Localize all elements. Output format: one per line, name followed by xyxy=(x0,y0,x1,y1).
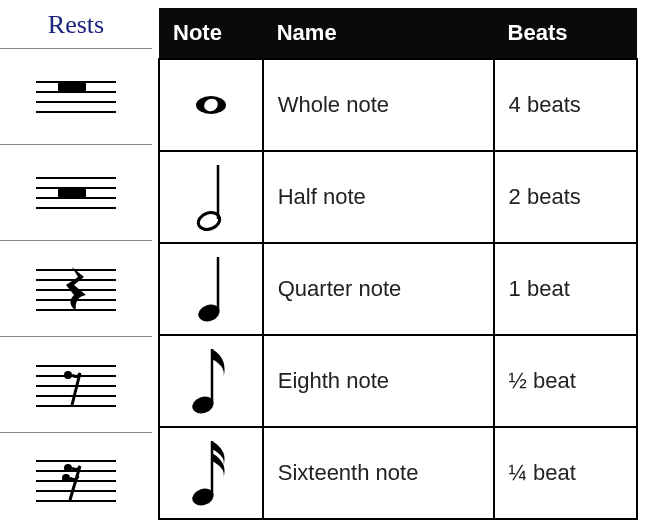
table-row: Whole note 4 beats xyxy=(159,59,637,151)
rests-column: Rests xyxy=(0,0,152,526)
whole-rest-icon xyxy=(36,75,116,119)
eighth-note-icon xyxy=(159,335,263,427)
note-beats: 4 beats xyxy=(494,59,637,151)
half-note-icon xyxy=(159,151,263,243)
rest-cell-quarter xyxy=(0,240,152,336)
svg-point-0 xyxy=(64,371,72,379)
notes-table-container: Note Name Beats Whole note 4 beats Half … xyxy=(152,0,646,520)
note-beats: 2 beats xyxy=(494,151,637,243)
header-name: Name xyxy=(263,8,494,59)
rest-cell-sixteenth xyxy=(0,432,152,526)
svg-point-1 xyxy=(64,464,72,472)
table-row: Half note 2 beats xyxy=(159,151,637,243)
note-name: Whole note xyxy=(263,59,494,151)
rest-cell-whole xyxy=(0,48,152,144)
note-name: Half note xyxy=(263,151,494,243)
sixteenth-rest-icon xyxy=(36,458,116,502)
svg-point-2 xyxy=(62,474,70,482)
table-row: Eighth note ½ beat xyxy=(159,335,637,427)
table-row: Sixteenth note ¼ beat xyxy=(159,427,637,519)
note-beats: ¼ beat xyxy=(494,427,637,519)
notes-table: Note Name Beats Whole note 4 beats Half … xyxy=(158,8,638,520)
note-name: Quarter note xyxy=(263,243,494,335)
rest-cell-half xyxy=(0,144,152,240)
note-beats: ½ beat xyxy=(494,335,637,427)
half-rest-icon xyxy=(36,171,116,215)
note-name: Sixteenth note xyxy=(263,427,494,519)
table-header-row: Note Name Beats xyxy=(159,8,637,59)
whole-note-icon xyxy=(159,59,263,151)
sixteenth-note-icon xyxy=(159,427,263,519)
rests-title: Rests xyxy=(48,10,104,40)
note-name: Eighth note xyxy=(263,335,494,427)
rest-cell-eighth xyxy=(0,336,152,432)
quarter-rest-icon xyxy=(36,267,116,311)
table-row: Quarter note 1 beat xyxy=(159,243,637,335)
header-beats: Beats xyxy=(494,8,637,59)
note-beats: 1 beat xyxy=(494,243,637,335)
quarter-note-icon xyxy=(159,243,263,335)
header-note: Note xyxy=(159,8,263,59)
eighth-rest-icon xyxy=(36,363,116,407)
